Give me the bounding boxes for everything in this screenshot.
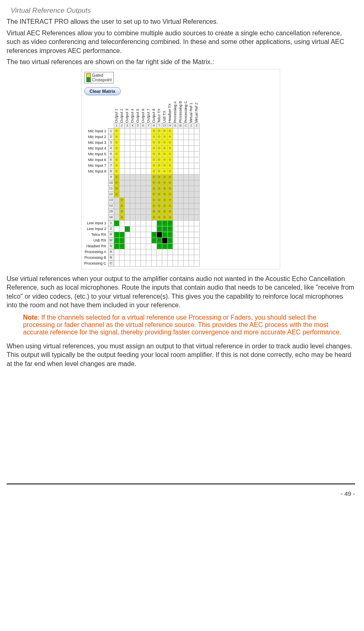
page-number: - 49 - xyxy=(341,490,355,497)
legend-gated: Gated xyxy=(92,73,103,78)
note-text: : If the channels selected for a virtual… xyxy=(23,314,341,336)
note-label: Note xyxy=(23,314,38,321)
paragraph: When using virtual references, you must … xyxy=(7,342,355,368)
note: Note: If the channels selected for a vir… xyxy=(23,314,343,336)
matrix-grid: Output 1Output 2Output 3Output 4Output 5… xyxy=(84,99,277,267)
section-title: Virtual Reference Outputs xyxy=(11,7,355,15)
paragraph: The INTERACT PRO allows the user to set … xyxy=(7,17,355,26)
matrix-screenshot: Gated Crosspoint Clear Matrix Output 1Ou… xyxy=(81,69,280,269)
legend-box: Gated Crosspoint xyxy=(84,72,114,83)
clear-matrix-button[interactable]: Clear Matrix xyxy=(84,87,121,95)
page-footer: - 49 - xyxy=(7,484,355,497)
crosspoint-swatch xyxy=(86,78,91,82)
paragraph: Use virtual references when your output … xyxy=(7,274,355,310)
paragraph: The two virtual references are shown on … xyxy=(7,58,355,67)
paragraph: Virtual AEC References allow you to comb… xyxy=(7,29,355,55)
legend-crosspoint: Crosspoint xyxy=(92,78,112,82)
gated-swatch xyxy=(86,73,91,78)
